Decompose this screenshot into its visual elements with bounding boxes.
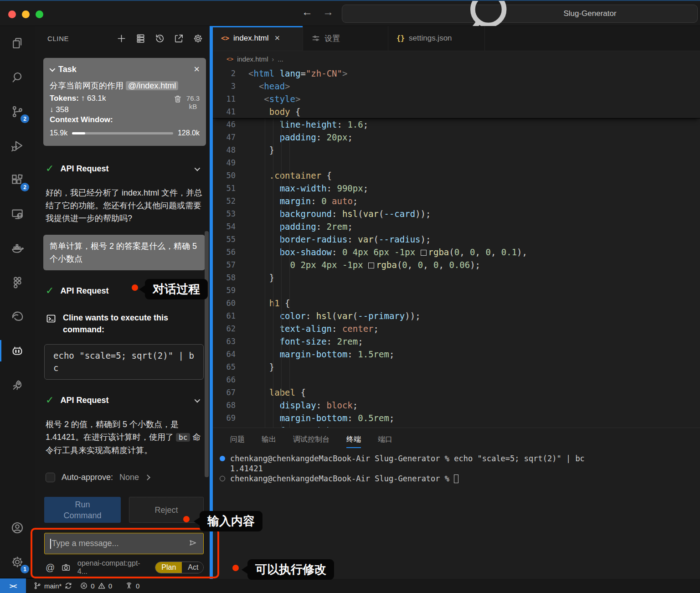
close-task-icon[interactable]: × [194,63,200,75]
settings-gear-icon[interactable] [193,33,203,44]
activity-extensions[interactable]: 2 [0,163,35,197]
code-line[interactable]: 55 border-radius: var(--radius); [213,233,700,246]
code-line[interactable]: 65 } [213,361,700,373]
maximize-window-button[interactable] [36,10,43,18]
sidebar-resize-sash[interactable] [210,26,213,579]
close-tab-icon[interactable]: × [275,33,280,43]
activity-run-debug[interactable] [0,129,35,163]
new-task-icon[interactable] [116,33,127,44]
reject-button[interactable]: Reject [129,497,204,523]
code-line[interactable]: 41 body { [213,105,700,118]
code-line[interactable]: 48 } [213,144,700,156]
color-swatch-icon[interactable] [368,263,374,268]
traffic-lights [8,10,43,18]
code-line[interactable]: 3 <head> [213,80,700,93]
editor-group: <> index.html × 设置 {} settings.json <> i… [213,26,700,579]
collapse-task-icon[interactable] [50,66,56,72]
code-line[interactable]: 51 max-width: 990px; [213,182,700,195]
sidebar-scrollbar[interactable] [205,231,209,477]
check-icon: ✓ [46,163,54,175]
panel-tab-debug-console[interactable]: 调试控制台 [293,428,329,451]
broadcast-indicator[interactable]: 0 [125,582,139,590]
nav-back-icon[interactable]: ← [302,5,313,18]
accounts-button[interactable] [0,510,35,545]
line-number: 52 [213,195,236,207]
line-number: 55 [213,233,236,246]
code-line[interactable]: 49 [213,156,700,169]
branch-indicator[interactable]: main* [33,582,72,590]
code-line[interactable]: 69 margin-bottom: 0.5rem; [213,412,700,424]
auto-approve-row[interactable]: Auto-approve: None [46,473,149,482]
code-line[interactable]: 56 box-shadow: 0 4px 6px -1px rgba(0, 0,… [213,246,700,258]
activity-edge[interactable] [0,299,35,334]
close-window-button[interactable] [8,10,16,18]
code-line[interactable]: 47 padding: 20px; [213,131,700,144]
code-line[interactable]: 2<html lang="zh-CN"> [213,67,700,80]
activity-search[interactable] [0,60,35,94]
code-line[interactable]: 62 text-align: center; [213,322,700,335]
run-command-button[interactable]: Run Command [44,497,121,523]
code-line[interactable]: 54 padding: 2rem; [213,220,700,233]
code-line[interactable]: 68 display: block; [213,399,700,412]
task-prompt: 分享当前网页的作用 @/index.html [50,80,200,92]
rocket-icon [10,378,24,392]
code-line[interactable]: 11 <style> [213,93,700,105]
remote-indicator[interactable]: >< [0,578,26,593]
open-in-editor-icon[interactable] [174,33,184,44]
code-line[interactable]: 50 .container { [213,169,700,182]
code-line[interactable]: 64 margin-bottom: 1.5rem; [213,348,700,361]
problems-indicator[interactable]: 0 0 [80,582,112,590]
code-line[interactable]: 58 } [213,271,700,284]
arrow-down-icon: ↓ [50,105,54,114]
sync-icon[interactable] [64,582,72,590]
activity-remote-explorer[interactable] [0,197,35,231]
terminal[interactable]: chenkang@chenkangdeMacBook-Air Slug-Gene… [213,451,700,484]
tab-index-html[interactable]: <> index.html × [213,26,303,51]
task-header-label: Task [58,65,77,74]
api-request-header-1[interactable]: ✓ API Request [46,163,199,175]
code-line[interactable]: 57 0 2px 4px -1px rgba(0, 0, 0, 0.06); [213,258,700,271]
auto-approve-checkbox[interactable] [46,473,55,482]
code-line[interactable]: 60 h1 { [213,297,700,309]
api-request-header-3[interactable]: ✓ API Request [46,394,199,406]
code-editor[interactable]: 46 line-height: 1.6;47 padding: 20px;48 … [213,67,700,428]
terminal-line[interactable]: chenkang@chenkangdeMacBook-Air Slug-Gene… [213,474,700,484]
code-line[interactable]: 67 label { [213,386,700,399]
activity-rocket[interactable] [0,368,35,402]
command-center-search[interactable]: Slug-Generator [342,5,698,23]
activity-source-control[interactable]: 2 [0,94,35,129]
tab-settings-json[interactable]: {} settings.json [388,26,485,51]
command-box[interactable]: echo "scale=5; sqrt(2)" | bc [44,344,204,380]
code-line[interactable]: 52 margin: 0 auto; [213,195,700,207]
panel-tab-ports[interactable]: 端口 [378,428,392,451]
assistant-message-1: 好的，我已经分析了 index.html 文件，并总结了它的功能。您还有什么其他… [46,186,203,225]
history-icon[interactable] [154,33,165,44]
panel-tab-output[interactable]: 输出 [262,428,276,451]
terminal-line[interactable]: 1.41421 [213,464,700,474]
delete-task-icon[interactable] [173,94,182,103]
breadcrumb[interactable]: <> index.html › ... [213,51,700,67]
tab-settings-ui[interactable]: 设置 [303,26,388,51]
manage-button[interactable]: 1 [0,545,35,579]
activity-cline[interactable] [0,334,35,368]
nav-forward-icon[interactable]: → [323,5,334,18]
code-line[interactable]: 53 background: hsl(var(--card)); [213,207,700,220]
code-line[interactable]: 46 line-height: 1.6; [213,118,700,131]
line-number: 3 [213,80,236,93]
code-line[interactable]: 63 font-size: 2rem; [213,335,700,348]
activity-explorer[interactable] [0,26,35,60]
terminal-line[interactable]: chenkang@chenkangdeMacBook-Air Slug-Gene… [213,454,700,464]
mcp-servers-icon[interactable] [135,33,146,44]
code-line[interactable]: 66 [213,373,700,386]
file-mention-tag[interactable]: @/index.html [126,81,178,90]
code-line[interactable]: 70 font-weight: 500 [213,424,700,428]
minimize-window-button[interactable] [22,10,30,18]
code-line[interactable]: 61 color: hsl(var(--primary)); [213,309,700,322]
code-line[interactable]: 59 [213,284,700,297]
panel-tab-terminal[interactable]: 终端 [346,428,361,451]
line-number: 49 [213,156,236,169]
panel-tab-problems[interactable]: 问题 [230,428,245,451]
activity-docker[interactable] [0,231,35,265]
activity-figma[interactable] [0,265,35,299]
color-swatch-icon[interactable] [421,250,427,256]
